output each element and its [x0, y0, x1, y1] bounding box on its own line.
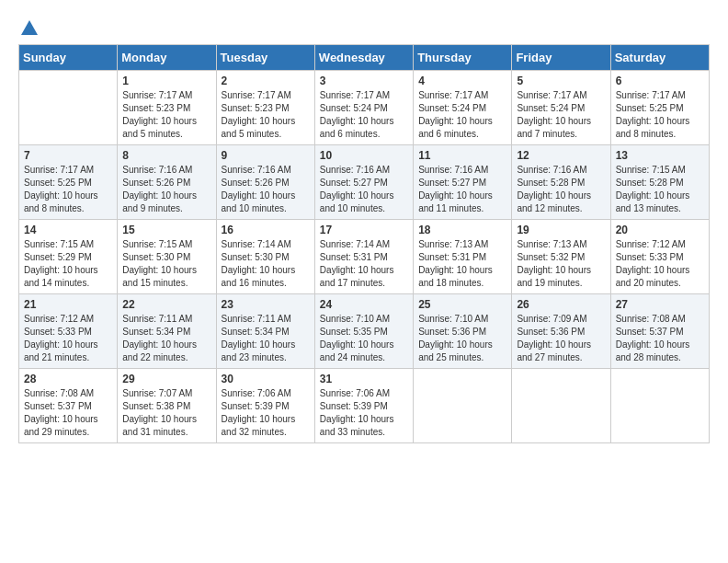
day-number: 11: [418, 149, 506, 162]
day-number: 1: [122, 75, 210, 87]
calendar-cell: 27Sunrise: 7:08 AM Sunset: 5:37 PM Dayli…: [610, 294, 709, 369]
calendar-cell: 29Sunrise: 7:07 AM Sunset: 5:38 PM Dayli…: [118, 369, 216, 443]
calendar-week-row: 28Sunrise: 7:08 AM Sunset: 5:37 PM Dayli…: [19, 369, 710, 443]
day-info: Sunrise: 7:17 AM Sunset: 5:23 PM Dayligh…: [222, 89, 310, 141]
day-info: Sunrise: 7:11 AM Sunset: 5:34 PM Dayligh…: [122, 313, 210, 364]
calendar-cell: 13Sunrise: 7:15 AM Sunset: 5:28 PM Dayli…: [610, 145, 709, 220]
day-number: 30: [222, 373, 310, 385]
day-info: Sunrise: 7:08 AM Sunset: 5:37 PM Dayligh…: [616, 313, 704, 364]
day-number: 27: [616, 298, 704, 311]
page-header: [18, 18, 710, 35]
day-number: 26: [517, 298, 605, 311]
day-number: 2: [222, 75, 310, 87]
calendar-cell: 16Sunrise: 7:14 AM Sunset: 5:30 PM Dayli…: [216, 220, 314, 294]
day-number: 7: [24, 149, 112, 162]
day-number: 16: [222, 224, 310, 236]
day-info: Sunrise: 7:07 AM Sunset: 5:38 PM Dayligh…: [122, 387, 210, 439]
day-number: 10: [320, 149, 408, 162]
day-info: Sunrise: 7:15 AM Sunset: 5:30 PM Dayligh…: [122, 238, 210, 290]
day-number: 29: [122, 373, 210, 385]
calendar-cell: 9Sunrise: 7:16 AM Sunset: 5:26 PM Daylig…: [216, 145, 314, 220]
calendar-week-row: 1Sunrise: 7:17 AM Sunset: 5:23 PM Daylig…: [19, 71, 710, 145]
day-info: Sunrise: 7:16 AM Sunset: 5:26 PM Dayligh…: [122, 164, 210, 215]
calendar-cell: 21Sunrise: 7:12 AM Sunset: 5:33 PM Dayli…: [19, 294, 118, 369]
day-number: 15: [122, 224, 210, 236]
day-number: 13: [616, 149, 704, 162]
day-number: 8: [122, 149, 210, 162]
day-number: 5: [517, 75, 605, 87]
day-number: 20: [616, 224, 704, 236]
day-info: Sunrise: 7:09 AM Sunset: 5:36 PM Dayligh…: [517, 313, 605, 364]
calendar-cell: 8Sunrise: 7:16 AM Sunset: 5:26 PM Daylig…: [118, 145, 216, 220]
day-info: Sunrise: 7:11 AM Sunset: 5:34 PM Dayligh…: [222, 313, 310, 364]
day-number: 25: [418, 298, 506, 311]
calendar-cell: 26Sunrise: 7:09 AM Sunset: 5:36 PM Dayli…: [512, 294, 610, 369]
calendar-day-header: Monday: [118, 45, 216, 71]
day-info: Sunrise: 7:13 AM Sunset: 5:32 PM Dayligh…: [517, 238, 605, 290]
day-number: 12: [517, 149, 605, 162]
calendar-cell: 19Sunrise: 7:13 AM Sunset: 5:32 PM Dayli…: [512, 220, 610, 294]
day-info: Sunrise: 7:12 AM Sunset: 5:33 PM Dayligh…: [616, 238, 704, 290]
day-number: 6: [616, 75, 704, 87]
calendar-cell: 5Sunrise: 7:17 AM Sunset: 5:24 PM Daylig…: [512, 71, 610, 145]
calendar-cell: 28Sunrise: 7:08 AM Sunset: 5:37 PM Dayli…: [19, 369, 118, 443]
calendar-week-row: 14Sunrise: 7:15 AM Sunset: 5:29 PM Dayli…: [19, 220, 710, 294]
day-info: Sunrise: 7:17 AM Sunset: 5:24 PM Dayligh…: [320, 89, 408, 141]
calendar-cell: 6Sunrise: 7:17 AM Sunset: 5:25 PM Daylig…: [610, 71, 709, 145]
calendar-cell: [414, 369, 512, 443]
calendar-day-header: Saturday: [610, 45, 709, 71]
calendar-cell: 30Sunrise: 7:06 AM Sunset: 5:39 PM Dayli…: [216, 369, 314, 443]
calendar-day-header: Thursday: [414, 45, 512, 71]
calendar-day-header: Wednesday: [314, 45, 413, 71]
day-number: 19: [517, 224, 605, 236]
day-info: Sunrise: 7:15 AM Sunset: 5:28 PM Dayligh…: [616, 164, 704, 215]
day-number: 18: [418, 224, 506, 236]
calendar-cell: 4Sunrise: 7:17 AM Sunset: 5:24 PM Daylig…: [414, 71, 512, 145]
calendar-cell: [19, 71, 118, 145]
calendar-cell: 24Sunrise: 7:10 AM Sunset: 5:35 PM Dayli…: [314, 294, 413, 369]
day-number: 3: [320, 75, 408, 87]
calendar-cell: [610, 369, 709, 443]
day-number: 28: [24, 373, 112, 385]
calendar-cell: 23Sunrise: 7:11 AM Sunset: 5:34 PM Dayli…: [216, 294, 314, 369]
day-number: 22: [122, 298, 210, 311]
day-info: Sunrise: 7:17 AM Sunset: 5:23 PM Dayligh…: [122, 89, 210, 141]
calendar-cell: 11Sunrise: 7:16 AM Sunset: 5:27 PM Dayli…: [414, 145, 512, 220]
calendar-cell: 25Sunrise: 7:10 AM Sunset: 5:36 PM Dayli…: [414, 294, 512, 369]
day-info: Sunrise: 7:08 AM Sunset: 5:37 PM Dayligh…: [24, 387, 112, 439]
day-info: Sunrise: 7:14 AM Sunset: 5:30 PM Dayligh…: [222, 238, 310, 290]
calendar-week-row: 21Sunrise: 7:12 AM Sunset: 5:33 PM Dayli…: [19, 294, 710, 369]
day-info: Sunrise: 7:10 AM Sunset: 5:36 PM Dayligh…: [418, 313, 506, 364]
calendar-cell: 3Sunrise: 7:17 AM Sunset: 5:24 PM Daylig…: [314, 71, 413, 145]
day-info: Sunrise: 7:17 AM Sunset: 5:25 PM Dayligh…: [24, 164, 112, 215]
day-info: Sunrise: 7:17 AM Sunset: 5:24 PM Dayligh…: [418, 89, 506, 141]
day-info: Sunrise: 7:10 AM Sunset: 5:35 PM Dayligh…: [320, 313, 408, 364]
calendar-day-header: Tuesday: [216, 45, 314, 71]
day-number: 23: [222, 298, 310, 311]
calendar-cell: 20Sunrise: 7:12 AM Sunset: 5:33 PM Dayli…: [610, 220, 709, 294]
svg-marker-0: [21, 20, 38, 35]
day-info: Sunrise: 7:06 AM Sunset: 5:39 PM Dayligh…: [222, 387, 310, 439]
day-info: Sunrise: 7:17 AM Sunset: 5:24 PM Dayligh…: [517, 89, 605, 141]
calendar-cell: 12Sunrise: 7:16 AM Sunset: 5:28 PM Dayli…: [512, 145, 610, 220]
day-number: 17: [320, 224, 408, 236]
logo-icon: [19, 18, 40, 39]
calendar-cell: 17Sunrise: 7:14 AM Sunset: 5:31 PM Dayli…: [314, 220, 413, 294]
logo: [18, 18, 40, 35]
day-info: Sunrise: 7:16 AM Sunset: 5:28 PM Dayligh…: [517, 164, 605, 215]
calendar-cell: 14Sunrise: 7:15 AM Sunset: 5:29 PM Dayli…: [19, 220, 118, 294]
day-info: Sunrise: 7:16 AM Sunset: 5:26 PM Dayligh…: [222, 164, 310, 215]
day-number: 21: [24, 298, 112, 311]
calendar-cell: 22Sunrise: 7:11 AM Sunset: 5:34 PM Dayli…: [118, 294, 216, 369]
calendar-cell: 2Sunrise: 7:17 AM Sunset: 5:23 PM Daylig…: [216, 71, 314, 145]
calendar-week-row: 7Sunrise: 7:17 AM Sunset: 5:25 PM Daylig…: [19, 145, 710, 220]
calendar-cell: 18Sunrise: 7:13 AM Sunset: 5:31 PM Dayli…: [414, 220, 512, 294]
day-info: Sunrise: 7:12 AM Sunset: 5:33 PM Dayligh…: [24, 313, 112, 364]
day-info: Sunrise: 7:15 AM Sunset: 5:29 PM Dayligh…: [24, 238, 112, 290]
day-number: 24: [320, 298, 408, 311]
calendar-table: SundayMondayTuesdayWednesdayThursdayFrid…: [18, 44, 710, 443]
calendar-day-header: Friday: [512, 45, 610, 71]
calendar-cell: 7Sunrise: 7:17 AM Sunset: 5:25 PM Daylig…: [19, 145, 118, 220]
day-number: 31: [320, 373, 408, 385]
day-info: Sunrise: 7:14 AM Sunset: 5:31 PM Dayligh…: [320, 238, 408, 290]
